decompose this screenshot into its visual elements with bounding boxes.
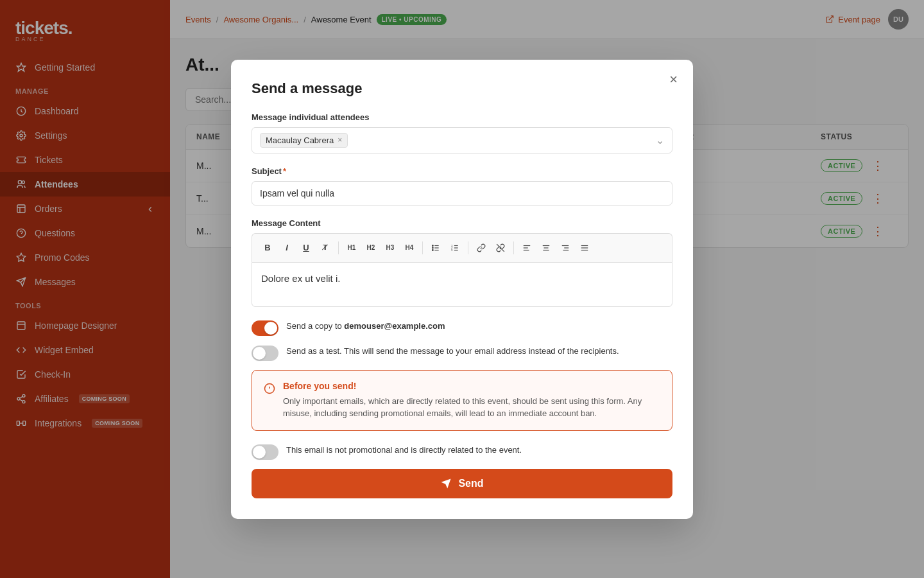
warning-box: Before you send! Only important emails, … — [252, 370, 672, 431]
toggle-knob — [253, 347, 266, 360]
subject-input[interactable] — [252, 181, 672, 206]
remove-recipient-button[interactable]: × — [338, 136, 342, 144]
modal-overlay[interactable]: Send a message × Message individual atte… — [0, 0, 924, 578]
justify-button[interactable] — [576, 239, 594, 257]
modal-close-button[interactable]: × — [669, 73, 678, 87]
svg-text:3: 3 — [451, 249, 452, 251]
toolbar-sep — [468, 241, 468, 254]
warning-content: Before you send! Only important emails, … — [283, 381, 660, 420]
h3-button[interactable]: H3 — [381, 239, 399, 257]
send-button[interactable]: Send — [252, 469, 672, 498]
test-toggle-label: Send as a test. This will send the messa… — [286, 345, 619, 358]
message-content-label: Message Content — [252, 218, 672, 228]
confirm-toggle-row: This email is not promotional and is dir… — [252, 444, 672, 460]
test-toggle[interactable] — [252, 346, 278, 361]
h2-button[interactable]: H2 — [362, 239, 380, 257]
h1-button[interactable]: H1 — [343, 239, 361, 257]
bold-button[interactable]: B — [259, 239, 277, 257]
italic-button[interactable]: I — [278, 239, 296, 257]
h4-button[interactable]: H4 — [400, 239, 418, 257]
copy-toggle[interactable] — [252, 320, 278, 336]
editor-toolbar: B I U T̸ H1 H2 H3 H4 123 — [252, 233, 672, 262]
strikethrough-button[interactable]: T̸ — [316, 239, 334, 257]
align-right-button[interactable] — [556, 239, 574, 257]
message-editor[interactable]: Dolore ex ut velit i. — [252, 262, 672, 307]
subject-label: Subject* — [252, 166, 672, 176]
send-message-modal: Send a message × Message individual atte… — [231, 60, 693, 519]
confirm-toggle[interactable] — [252, 444, 278, 460]
copy-toggle-row: Send a copy to demouser@example.com — [252, 320, 672, 336]
unordered-list-button[interactable] — [427, 239, 445, 257]
warning-title: Before you send! — [283, 381, 660, 391]
toolbar-sep — [338, 241, 339, 254]
svg-point-23 — [432, 245, 433, 246]
toolbar-sep — [422, 241, 423, 254]
unlink-button[interactable] — [492, 239, 509, 257]
copy-toggle-label: Send a copy to demouser@example.com — [286, 320, 445, 333]
toggle-knob — [264, 322, 277, 335]
test-toggle-row: Send as a test. This will send the messa… — [252, 345, 672, 361]
underline-button[interactable]: U — [297, 239, 315, 257]
modal-title: Send a message — [252, 80, 672, 97]
toolbar-sep — [513, 241, 514, 254]
recipient-tag: Macaulay Cabrera × — [260, 133, 348, 148]
send-icon — [440, 478, 452, 489]
dropdown-icon: ⌄ — [656, 134, 664, 146]
warning-text: Only important emails, which are directl… — [283, 395, 660, 420]
toggle-knob — [253, 446, 266, 459]
svg-point-24 — [432, 247, 433, 249]
align-center-button[interactable] — [537, 239, 555, 257]
svg-point-25 — [432, 249, 433, 250]
link-button[interactable] — [472, 239, 490, 257]
confirm-toggle-label: This email is not promotional and is dir… — [286, 444, 522, 457]
align-left-button[interactable] — [518, 239, 536, 257]
ordered-list-button[interactable]: 123 — [446, 239, 464, 257]
recipient-label: Message individual attendees — [252, 112, 672, 122]
warning-icon — [264, 381, 275, 420]
recipient-field[interactable]: Macaulay Cabrera × ⌄ — [252, 127, 672, 153]
